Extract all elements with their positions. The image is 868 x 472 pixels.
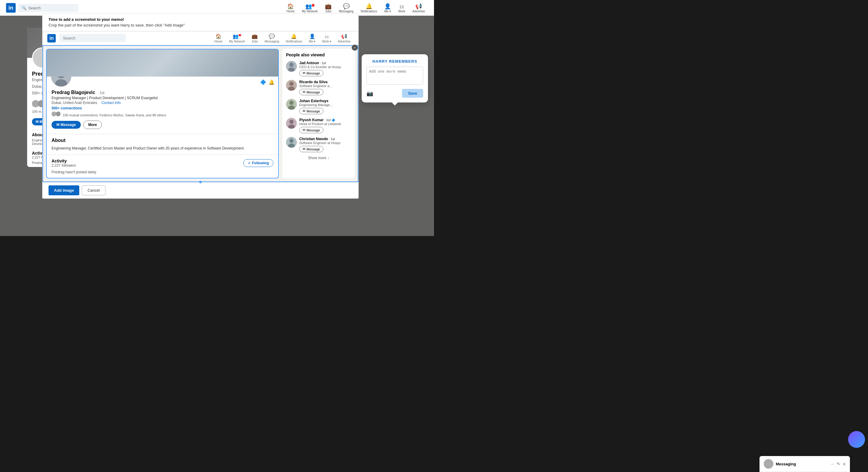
inner-jobs-icon: 💼 — [252, 33, 258, 39]
activity-followers: 2,227 followers — [52, 163, 76, 167]
person-item-4: Christian Nwodo · 1st Software Engineer … — [286, 137, 351, 152]
harry-widget-title: HARRY REMEMBERS — [367, 59, 423, 64]
svg-point-6 — [289, 101, 293, 105]
harry-save-button[interactable]: Save — [402, 89, 423, 98]
person-title-3: Head of Product at Letswork — [299, 122, 351, 126]
svg-point-10 — [289, 139, 293, 143]
bg-nav-jobs: 💼 Jobs — [322, 2, 335, 14]
more-button[interactable]: More — [83, 121, 102, 129]
person-name-0: Jad Antoun · 1st — [299, 61, 351, 65]
cancel-button[interactable]: Cancel — [82, 185, 105, 195]
jobs-icon: 💼 — [325, 3, 332, 10]
person-info-3: Piyush Kumar · 1st 🔷 Head of Product at … — [299, 118, 351, 133]
crop-drag-handle[interactable] — [199, 181, 202, 183]
crop-close-button[interactable]: × — [352, 44, 358, 51]
profile-section: 🔷 🔔 Predrag Blagojevic · 1st Engineering… — [42, 45, 358, 182]
person-message-button-1[interactable]: ✉ Message — [299, 89, 323, 95]
profile-activity-section: Activity 2,227 followers ✓ Following Pre… — [47, 155, 278, 178]
inner-nav-work: ⚏ Work ▾ — [319, 32, 334, 44]
instruction-bar: Time to add a screenshot to your memo! C… — [42, 13, 359, 31]
person-item-2: Johan Esterhuys Engineering Manage... ✉ … — [286, 99, 351, 114]
inner-notifications-icon: 🔔 — [291, 33, 297, 39]
person-info-4: Christian Nwodo · 1st Software Engineer … — [299, 137, 351, 152]
message-button[interactable]: ✉ Message — [52, 121, 81, 129]
inner-linkedin-logo: in — [47, 34, 56, 42]
svg-point-2 — [289, 63, 293, 67]
profile-info: Predrag Blagojevic · 1st Engineering Man… — [47, 87, 278, 134]
advertise-icon: 📢 — [415, 3, 422, 10]
person-info-0: Jad Antoun · 1st CEO & Co-founder at Hus… — [299, 61, 351, 76]
add-image-button[interactable]: Add image — [49, 185, 79, 195]
svg-point-1 — [55, 79, 67, 87]
person-title-4: Software Engineer at Huspy — [299, 141, 351, 145]
person-avatar-1 — [286, 80, 297, 91]
person-item-0: Jad Antoun · 1st CEO & Co-founder at Hus… — [286, 61, 351, 76]
bg-nav-messaging: 💬 Messaging — [336, 2, 356, 14]
people-also-viewed-panel: People also viewed Jad Antoun · 1st — [282, 49, 355, 179]
inner-work-icon: ⚏ — [324, 33, 329, 39]
inner-search-input[interactable] — [59, 34, 126, 42]
bg-nav-network: 👥7 My Network — [299, 2, 321, 14]
harry-widget-tail — [392, 102, 398, 105]
person-message-button-0[interactable]: ✉ Message — [299, 70, 323, 76]
person-message-button-2[interactable]: ✉ Message — [299, 108, 323, 114]
camera-icon[interactable]: 📷 — [367, 90, 373, 97]
bg-nav-notifications: 🔔 Notifications — [358, 2, 380, 14]
profile-connections: 500+ connections — [52, 106, 273, 110]
person-message-button-4[interactable]: ✉ Message — [299, 146, 323, 152]
work-icon: ⚏ — [399, 3, 404, 10]
show-more-link[interactable]: Show more ↓ — [286, 156, 351, 160]
me-icon: 👤 — [384, 3, 391, 10]
person-name-4: Christian Nwodo · 1st — [299, 137, 351, 141]
profile-main-card: 🔷 🔔 Predrag Blagojevic · 1st Engineering… — [46, 49, 279, 179]
messaging-icon: 💬 — [343, 3, 350, 10]
network-icon: 👥7 — [305, 3, 314, 10]
person-item-3: Piyush Kumar · 1st 🔷 Head of Product at … — [286, 118, 351, 133]
person-info-1: Ricardo da Silva Software Engineer a... … — [299, 80, 351, 95]
following-button[interactable]: ✓ Following — [243, 159, 273, 167]
inner-nav-me: 👤 Me ▾ — [306, 32, 318, 44]
home-icon: 🏠 — [287, 3, 294, 10]
inner-me-icon: 👤 — [309, 33, 315, 39]
bg-nav-me: 👤 Me ▾ — [381, 2, 394, 14]
person-avatar-0 — [286, 61, 297, 72]
person-item-1: Ricardo da Silva Software Engineer a... … — [286, 80, 351, 95]
svg-point-7 — [288, 105, 295, 110]
about-text: Engineering Manager, Certified Scrum Mas… — [52, 146, 273, 151]
harry-memo-input[interactable] — [367, 67, 423, 85]
inner-nav-network: 👥7 My Network — [226, 32, 248, 44]
bg-nav-home: 🏠 Home — [284, 2, 298, 14]
profile-cover-image — [47, 50, 278, 76]
people-also-viewed-title: People also viewed — [286, 53, 351, 57]
bg-nav-items: 🏠 Home 👥7 My Network 💼 Jobs 💬 Messaging … — [284, 2, 428, 14]
bg-search-bar: 🔍 Search — [18, 4, 79, 12]
svg-point-9 — [288, 124, 295, 129]
activity-title: Activity — [52, 159, 76, 163]
person-name-1: Ricardo da Silva — [299, 80, 351, 84]
person-message-icon-4: ✉ — [303, 147, 305, 151]
svg-point-8 — [289, 120, 293, 124]
profile-headline: Engineering Manager | Product Developmen… — [52, 96, 273, 100]
svg-point-11 — [288, 144, 295, 148]
profile-actions[interactable]: ✉ Message More — [52, 121, 273, 129]
linkedin-logo: in — [6, 3, 16, 13]
person-message-icon-3: ✉ — [303, 128, 305, 132]
mutual-connections: 100 mutual connections: Federico Muñoz, … — [52, 112, 273, 117]
profile-top-actions: 🔷 🔔 — [260, 79, 275, 87]
notifications-icon: 🔔 — [366, 3, 372, 10]
person-name-2: Johan Esterhuys — [299, 99, 351, 103]
inner-linkedin-nav: in 🏠 Home 👥7 My Network 💼 Jobs 💬 Messag — [42, 31, 358, 45]
person-message-button-3[interactable]: ✉ Message — [299, 127, 323, 133]
inner-home-icon: 🏠 — [216, 33, 221, 39]
search-icon: 🔍 — [22, 6, 27, 10]
no-posts-text: Predrag hasn't posted lately — [52, 170, 273, 174]
crop-area[interactable]: in 🏠 Home 👥7 My Network 💼 Jobs 💬 Messag — [42, 31, 359, 182]
inner-nav-notifications: 🔔 Notifications — [283, 32, 305, 44]
person-message-icon-2: ✉ — [303, 109, 305, 113]
screenshot-modal: Time to add a screenshot to your memo! C… — [42, 13, 359, 199]
inner-messaging-icon: 💬 — [269, 33, 275, 39]
inner-nav-messaging: 💬 Messaging — [261, 32, 282, 44]
contact-info-link[interactable]: Contact info — [101, 101, 121, 105]
profile-degree: · 1st — [98, 91, 104, 95]
inner-nav-advertise: 📢 Advertise — [335, 32, 353, 44]
